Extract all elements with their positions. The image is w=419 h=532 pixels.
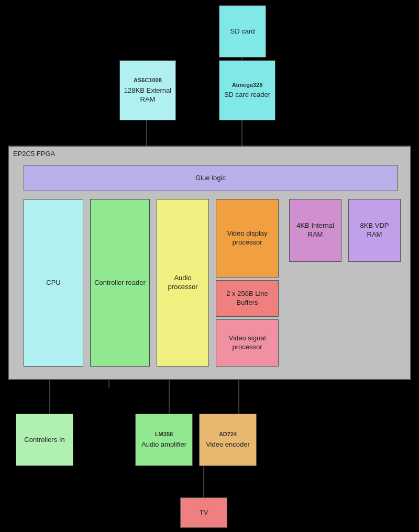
fpga-label: EP2C5 FPGA	[13, 150, 55, 158]
cpu-block: CPU	[24, 199, 83, 367]
vdp-ram-block: 8KB VDP RAM	[348, 199, 401, 262]
sd-card-reader-block: Atmega328 SD card reader	[219, 60, 275, 120]
line-buffers-block: 2 x 256B Line Buffers	[216, 280, 279, 317]
external-ram-block: AS6C1008 128KB External RAM	[119, 60, 176, 120]
video-encoder-block: AD724 Video encoder	[199, 414, 257, 466]
controllers-in-block: Controllers In	[16, 414, 73, 466]
internal-ram-block: 4KB Internal RAM	[289, 199, 341, 262]
video-signal-block: Video signal processor	[216, 319, 279, 367]
diagram: SD card AS6C1008 128KB External RAM Atme…	[0, 0, 419, 532]
fpga-container: EP2C5 FPGA Glue logic CPU Controller rea…	[8, 146, 411, 380]
audio-amplifier-block: LM358 Audio amplifier	[135, 414, 193, 466]
tv-block: TV	[180, 497, 227, 528]
sd-card-block: SD card	[219, 5, 266, 58]
video-display-block: Video display processor	[216, 199, 279, 278]
controller-reader-block: Controller reader	[90, 199, 150, 367]
audio-processor-block: Audio processor	[157, 199, 209, 367]
glue-logic-block: Glue logic	[24, 165, 398, 191]
